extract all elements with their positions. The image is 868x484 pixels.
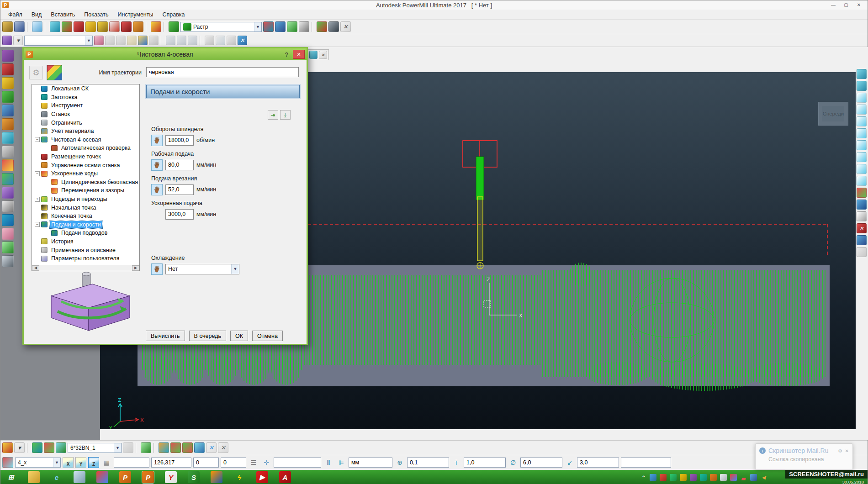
macro-icon[interactable] bbox=[151, 21, 161, 32]
tree-item[interactable]: Учёт материала bbox=[32, 127, 139, 136]
taskbar-firefox-icon[interactable] bbox=[211, 471, 222, 483]
chevron-down-icon[interactable]: ▼ bbox=[53, 458, 60, 467]
tree-item[interactable]: − Ускоренные ходы bbox=[32, 169, 139, 178]
tray-app1-icon[interactable] bbox=[650, 474, 656, 481]
notification-settings-icon[interactable]: ⚙ bbox=[838, 448, 842, 453]
view-back-icon[interactable] bbox=[857, 152, 867, 162]
save-nc-icon[interactable] bbox=[149, 36, 159, 45]
tree-expand-toggle[interactable]: + bbox=[35, 197, 40, 202]
update-feedrates-icon[interactable]: ⤓ bbox=[280, 110, 291, 120]
cooling-select[interactable]: Нет ▼ bbox=[165, 264, 239, 274]
view-top-icon[interactable] bbox=[857, 116, 867, 126]
menu-item[interactable]: Вид bbox=[27, 11, 46, 19]
taskbar-chrome-icon[interactable] bbox=[96, 471, 108, 483]
view-iso1-icon[interactable] bbox=[857, 93, 867, 103]
simulation-icon[interactable] bbox=[169, 21, 179, 32]
create-toolpath-icon[interactable] bbox=[62, 21, 72, 32]
position-y-field[interactable] bbox=[193, 458, 219, 468]
calculator-icon[interactable] bbox=[299, 21, 309, 32]
title-bar[interactable]: P Autodesk PowerMill Ultimate 2017 [ * Н… bbox=[0, 0, 868, 10]
tree-item[interactable]: Параметры пользователя bbox=[32, 254, 139, 263]
tree-item[interactable]: Перемещения и зазоры bbox=[32, 186, 139, 195]
thickness-field[interactable] bbox=[464, 458, 506, 468]
chevron-down-icon[interactable]: ▼ bbox=[114, 443, 121, 452]
levels-icon[interactable] bbox=[127, 36, 137, 45]
open-project-icon[interactable] bbox=[2, 21, 13, 32]
position-z-field[interactable] bbox=[221, 458, 246, 468]
tree-item[interactable]: Подачи подводов bbox=[32, 229, 139, 237]
maximize-button[interactable]: ▢ bbox=[840, 1, 852, 9]
tolerance-field[interactable] bbox=[407, 458, 449, 468]
screenshoter-notification[interactable]: i Скриншотер Mail.Ru ⚙ ✕ Ссылка скопиров… bbox=[755, 443, 853, 470]
blank-slot-icon[interactable] bbox=[857, 247, 867, 257]
ncprogram-icon[interactable] bbox=[2, 36, 12, 45]
tool-shade-icon[interactable] bbox=[32, 442, 42, 453]
workplane-a-icon[interactable] bbox=[166, 36, 175, 45]
blue-x-icon[interactable]: ✕ bbox=[206, 442, 217, 453]
tray-chevron-icon[interactable]: ⌃ bbox=[640, 474, 646, 481]
explorer-purple-icon[interactable] bbox=[2, 50, 14, 62]
collision-icon[interactable] bbox=[2, 255, 14, 267]
tool-rotate-icon[interactable] bbox=[141, 442, 151, 453]
draw-toggle-icon[interactable] bbox=[194, 442, 205, 453]
view-grid-icon[interactable] bbox=[309, 51, 318, 59]
boundary-tree-icon[interactable] bbox=[2, 146, 14, 158]
dialog-title-bar[interactable]: P Чистовая 4-осевая ? ✕ bbox=[24, 48, 307, 60]
toolpath-tree-icon[interactable] bbox=[2, 118, 14, 130]
taskbar-start-button[interactable]: ⊞ bbox=[5, 471, 17, 483]
strategy-tree[interactable]: Локальная СК Заготовка Инструмент Станок bbox=[32, 84, 140, 271]
diameter-field[interactable] bbox=[520, 458, 562, 468]
jog-position-icon[interactable]: ✛ bbox=[261, 457, 272, 468]
close-fragment-icon[interactable]: ✕ bbox=[319, 51, 327, 59]
extra-field[interactable] bbox=[621, 458, 671, 468]
calc-nc-icon[interactable] bbox=[105, 36, 115, 45]
simulation-tree-icon[interactable] bbox=[2, 242, 14, 253]
groups-icon[interactable] bbox=[2, 228, 14, 240]
taskbar-powermill-active-icon[interactable]: P bbox=[142, 471, 154, 483]
tree-item[interactable]: Заготовка bbox=[32, 93, 139, 102]
tray-app2-icon[interactable] bbox=[660, 474, 667, 481]
points-icon[interactable] bbox=[121, 21, 132, 32]
tool-dropdown-icon[interactable]: ▾ bbox=[14, 442, 25, 453]
taskbar-powermill-icon[interactable]: P bbox=[119, 471, 131, 483]
clip-icon[interactable] bbox=[227, 36, 236, 45]
tray-chrome-icon[interactable] bbox=[730, 474, 737, 481]
chevron-down-icon[interactable]: ▼ bbox=[85, 36, 92, 45]
ok-button[interactable]: ОК bbox=[230, 331, 248, 341]
queue-button[interactable]: В очередь bbox=[189, 331, 226, 341]
calculate-toolpath-icon[interactable] bbox=[263, 21, 274, 32]
taskbar-yandex-icon[interactable]: Y bbox=[165, 471, 177, 483]
tray-app3-icon[interactable] bbox=[670, 474, 677, 481]
ncprogram-combo[interactable]: ▼ bbox=[24, 36, 93, 46]
close-view-icon[interactable]: ✕ bbox=[857, 223, 867, 233]
save-project-icon[interactable] bbox=[14, 21, 25, 32]
tool-edit-icon[interactable] bbox=[97, 21, 108, 32]
notification-close-icon[interactable]: ✕ bbox=[845, 448, 849, 453]
dialog-help-button[interactable]: ? bbox=[283, 51, 290, 58]
view-side-icon[interactable] bbox=[857, 140, 867, 150]
tray-display-icon[interactable] bbox=[750, 474, 757, 481]
strategy-combo[interactable]: Растр ▼ bbox=[180, 22, 262, 32]
tree-expand-toggle[interactable]: − bbox=[35, 171, 40, 176]
tree-item[interactable]: Примечания и описание bbox=[32, 246, 139, 254]
record-icon[interactable] bbox=[2, 63, 14, 75]
menu-item[interactable]: Вставить bbox=[47, 11, 79, 19]
free-field[interactable] bbox=[274, 458, 321, 468]
workplane-combo[interactable]: 4_x ▼ bbox=[15, 458, 61, 468]
tray-volume-icon[interactable]: ◀ bbox=[760, 474, 767, 481]
toolpath-name-input[interactable] bbox=[146, 67, 299, 77]
manual-override-icon[interactable] bbox=[151, 263, 163, 275]
close-button[interactable]: ✕ bbox=[853, 1, 865, 9]
cloud-icon[interactable] bbox=[216, 36, 225, 45]
tool-axis-icon[interactable] bbox=[44, 442, 54, 453]
tools-tree-icon[interactable] bbox=[2, 132, 14, 144]
cursor-arrow-icon[interactable] bbox=[857, 235, 867, 245]
manual-override-icon[interactable] bbox=[151, 159, 163, 171]
tray-app4-icon[interactable] bbox=[680, 474, 687, 481]
tree-item[interactable]: Начальная точка bbox=[32, 203, 139, 212]
tray-app7-icon[interactable] bbox=[710, 474, 717, 481]
tool-icon[interactable] bbox=[85, 21, 96, 32]
block-icon[interactable] bbox=[50, 21, 60, 32]
grid-snap-icon[interactable]: ▦ bbox=[101, 457, 112, 468]
taskbar-green-s-icon[interactable]: S bbox=[188, 471, 200, 483]
